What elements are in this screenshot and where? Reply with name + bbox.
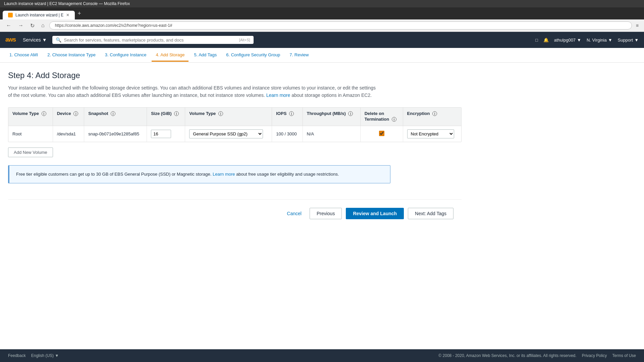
th-delete-on-termination: Delete onTermination i [360,108,403,126]
cell-snapshot: snap-0b071e09e1285af85 [84,126,147,142]
cell-throughput: N/A [303,126,360,142]
new-tab-button[interactable]: + [75,10,84,17]
add-new-volume-button[interactable]: Add New Volume [8,147,53,157]
delete-info-icon[interactable]: i [392,117,396,122]
th-size: Size (GiB) i [147,108,185,126]
browser-tabs: Launch instance wizard | E ✕ + [0,7,644,19]
cell-vol-type[interactable]: General Purpose SSD (gp2) Provisioned IO… [185,126,272,142]
cell-iops: 100 / 3000 [272,126,303,142]
th-encryption: Encryption i [403,108,461,126]
user-menu[interactable]: athulpg007 ▼ [554,38,581,43]
browser-title: Launch instance wizard | EC2 Management … [4,1,130,6]
th-device: Device i [53,108,84,126]
cell-volume-type-label: Root [8,126,53,142]
step-6-configure-security-group[interactable]: 6. Configure Security Group [222,49,284,62]
cancel-button[interactable]: Cancel [283,208,306,219]
step-2-choose-instance-type[interactable]: 2. Choose Instance Type [43,49,100,62]
aws-search-bar[interactable]: 🔍 [Alt+S] [52,36,254,44]
search-icon: 🔍 [56,37,61,43]
services-button[interactable]: Services ▼ [23,37,47,43]
tab-title: Launch instance wizard | E [15,13,63,17]
page-description: Your instance will be launched with the … [8,84,377,99]
region-menu[interactable]: N. Virginia ▼ [587,38,612,43]
step-3-configure-instance[interactable]: 3. Configure Instance [101,49,151,62]
tab-favicon [8,13,13,17]
search-input[interactable] [64,38,236,43]
aws-topbar: aws Services ▼ 🔍 [Alt+S] □ 🔔 athulpg007 … [0,32,644,48]
bell-icon: 🔔 [543,38,549,43]
cell-size[interactable] [147,126,185,142]
throughput-info-icon[interactable]: i [348,111,353,116]
vol-type-info-icon[interactable]: i [218,111,223,116]
bottom-actions: Cancel Previous Review and Launch Next: … [8,199,462,227]
learn-more-storage-link[interactable]: Learn more [266,93,290,98]
browser-titlebar: Launch instance wizard | EC2 Management … [0,0,644,7]
step-1-choose-ami[interactable]: 1. Choose AMI [5,49,42,62]
next-add-tags-button[interactable]: Next: Add Tags [408,208,453,219]
terminal-icon: □ [535,38,538,43]
browser-tab-active[interactable]: Launch instance wizard | E ✕ [3,11,75,19]
cell-device: /dev/sda1 [53,126,84,142]
cell-encryption[interactable]: Not Encrypted Encrypted [403,126,461,142]
size-info-icon[interactable]: i [174,111,179,116]
back-button[interactable]: ← [4,22,13,29]
storage-table-wrapper: Volume Type i Device i Snapshot i Size (… [8,107,462,142]
step-7-review[interactable]: 7. Review [285,49,313,62]
region-chevron-icon: ▼ [608,38,612,43]
th-snapshot: Snapshot i [84,108,147,126]
th-throughput: Throughput (MB/s) i [303,108,360,126]
free-tier-info-box: Free tier eligible customers can get up … [8,165,390,184]
steps-navigation: 1. Choose AMI 2. Choose Instance Type 3.… [0,48,644,63]
th-iops: IOPS i [272,108,303,126]
iops-info-icon[interactable]: i [289,111,294,116]
services-chevron-icon: ▼ [42,37,47,43]
tab-close-button[interactable]: ✕ [66,13,69,17]
th-vol-type: Volume Type i [185,108,272,126]
size-input[interactable] [151,130,171,138]
snapshot-info-icon[interactable]: i [111,111,115,116]
support-menu[interactable]: Support ▼ [618,38,639,43]
aws-logo: aws [5,35,17,45]
search-shortcut: [Alt+S] [239,38,250,42]
aws-topbar-right: □ 🔔 athulpg007 ▼ N. Virginia ▼ Support ▼ [535,38,639,43]
address-bar[interactable] [49,21,632,29]
browser-toolbar-icons: ≡ [635,22,640,29]
svg-text:aws: aws [5,36,16,43]
support-chevron-icon: ▼ [634,38,639,43]
forward-button[interactable]: → [16,22,25,29]
encryption-select[interactable]: Not Encrypted Encrypted [407,129,454,138]
menu-icon: ≡ [635,22,640,29]
volume-type-select[interactable]: General Purpose SSD (gp2) Provisioned IO… [189,129,263,138]
home-button[interactable]: ⌂ [39,22,47,29]
device-info-icon[interactable]: i [73,111,78,116]
delete-on-termination-checkbox[interactable] [379,131,384,136]
cell-delete-on-termination[interactable] [360,126,403,142]
volume-type-info-icon[interactable]: i [42,111,46,116]
user-chevron-icon: ▼ [577,38,581,43]
storage-table: Volume Type i Device i Snapshot i Size (… [8,108,461,142]
main-content: Step 4: Add Storage Your instance will b… [0,63,470,235]
page-title: Step 4: Add Storage [8,71,462,80]
learn-more-free-tier-link[interactable]: Learn more [213,172,235,177]
browser-addressbar: ← → ↻ ⌂ ≡ [0,19,644,32]
encryption-info-icon[interactable]: i [432,111,437,116]
step-4-add-storage[interactable]: 4. Add Storage [152,49,189,62]
refresh-button[interactable]: ↻ [28,22,37,29]
th-volume-type: Volume Type i [8,108,53,126]
step-5-add-tags[interactable]: 5. Add Tags [190,49,221,62]
table-row: Root /dev/sda1 snap-0b071e09e1285af85 Ge… [8,126,461,142]
review-and-launch-button[interactable]: Review and Launch [346,208,404,219]
previous-button[interactable]: Previous [310,208,342,219]
